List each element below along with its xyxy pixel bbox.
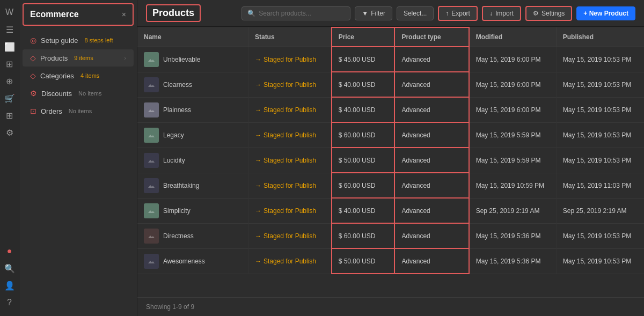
account-icon[interactable]: 👤 (2, 277, 18, 293)
table-row[interactable]: Awesomeness → Staged for Publish $ 50.00… (137, 248, 644, 274)
svg-rect-6 (147, 207, 156, 215)
cell-name: Unbelievable (137, 47, 248, 72)
col-header-price[interactable]: Price (332, 27, 395, 47)
settings-button[interactable]: ⚙ Settings (525, 6, 572, 21)
sidebar-item-orders[interactable]: ⊡ Orders No items (23, 102, 134, 120)
cell-published: May 15, 2019 10:53 PM (556, 72, 644, 97)
status-badge: → Staged for Publish (255, 106, 325, 114)
cell-product-type: Advanced (394, 223, 469, 248)
col-header-status[interactable]: Status (248, 27, 331, 47)
product-name-cell: Simplicity (144, 203, 241, 218)
store-icon[interactable]: 🛒 (2, 90, 18, 106)
product-thumbnail (144, 178, 159, 193)
cell-name: Lucidity (137, 148, 248, 173)
products-count: 9 items (74, 55, 93, 61)
search-icon: 🔍 (247, 10, 255, 17)
product-thumbnail (144, 102, 159, 117)
status-badge: → Staged for Publish (255, 131, 325, 139)
status-text: Staged for Publish (264, 207, 316, 215)
status-arrow-icon: → (255, 207, 261, 215)
table-row[interactable]: Clearness → Staged for Publish $ 40.00 U… (137, 72, 644, 97)
select-button[interactable]: Select... (397, 6, 434, 20)
dot-icon[interactable]: ● (2, 243, 18, 259)
cell-modified: Sep 25, 2019 2:19 AM (469, 198, 557, 223)
search-rail-icon[interactable]: 🔍 (2, 260, 18, 276)
products-label: Products (40, 54, 68, 62)
products-chevron-icon: › (124, 55, 126, 61)
table-row[interactable]: Unbelievable → Staged for Publish $ 45.0… (137, 47, 644, 72)
svg-rect-0 (147, 55, 156, 64)
product-name-cell: Directness (144, 229, 241, 244)
import-button[interactable]: ↓ Import (482, 6, 521, 21)
export-icon: ↑ (445, 10, 449, 17)
sidebar-item-discounts[interactable]: ⚙ Discounts No items (23, 85, 134, 102)
cell-modified: May 15, 2019 5:59 PM (469, 148, 557, 173)
table-row[interactable]: Legacy → Staged for Publish $ 60.00 USD … (137, 122, 644, 148)
sidebar-nav: ◎ Setup guide 8 steps left ◇ Products 9 … (19, 29, 137, 122)
status-badge: → Staged for Publish (255, 81, 325, 89)
settings-label: Settings (541, 10, 565, 17)
menu-icon[interactable]: ☰ (2, 21, 18, 38)
cell-published: May 15, 2019 10:53 PM (556, 47, 644, 72)
status-arrow-icon: → (255, 131, 261, 139)
help-icon[interactable]: ? (2, 295, 18, 311)
categories-label: Categories (40, 72, 74, 80)
col-header-type[interactable]: Product type (394, 27, 469, 47)
table-row[interactable]: Simplicity → Staged for Publish $ 40.00 … (137, 198, 644, 223)
search-input[interactable] (259, 10, 345, 17)
cell-modified: May 15, 2019 6:00 PM (469, 97, 557, 122)
orders-icon: ⊡ (30, 107, 36, 115)
table-footer: Showing 1-9 of 9 (137, 297, 644, 316)
table-row[interactable]: Directness → Staged for Publish $ 60.00 … (137, 223, 644, 248)
table-row[interactable]: Plainness → Staged for Publish $ 40.00 U… (137, 97, 644, 122)
import-label: Import (495, 10, 514, 17)
product-name-cell: Plainness (144, 102, 241, 117)
table-row[interactable]: Breathtaking → Staged for Publish $ 60.0… (137, 173, 644, 198)
svg-rect-7 (147, 232, 156, 240)
categories-count: 4 items (80, 72, 99, 79)
sidebar-item-setup-guide[interactable]: ◎ Setup guide 8 steps left (23, 32, 134, 49)
cell-price: $ 60.00 USD (332, 173, 395, 198)
svg-rect-8 (147, 257, 156, 266)
sidebar-item-products[interactable]: ◇ Products 9 items › (23, 49, 134, 67)
col-header-name[interactable]: Name (137, 27, 248, 47)
new-product-button[interactable]: + New Product (576, 6, 635, 20)
status-badge: → Staged for Publish (255, 232, 325, 240)
cell-price: $ 40.00 USD (332, 97, 395, 122)
filter-button[interactable]: ▼ Filter (355, 6, 392, 20)
filter-label: Filter (371, 10, 385, 17)
sidebar-item-categories[interactable]: ◇ Categories 4 items (23, 67, 134, 84)
status-text: Staged for Publish (264, 106, 316, 114)
sidebar-close-button[interactable]: × (122, 10, 126, 19)
table-body: Unbelievable → Staged for Publish $ 45.0… (137, 47, 644, 274)
setup-guide-label: Setup guide (41, 36, 78, 45)
media-icon[interactable]: ⊞ (2, 56, 18, 72)
settings-rail-icon[interactable]: ⚙ (2, 124, 18, 141)
table-header-row: Name Status Price Product type Modified … (137, 27, 644, 47)
add-icon[interactable]: ⊕ (2, 73, 18, 89)
cell-status: → Staged for Publish (248, 148, 331, 173)
svg-rect-2 (147, 106, 156, 114)
cell-status: → Staged for Publish (248, 198, 331, 223)
cell-name: Legacy (137, 122, 248, 148)
cell-modified: May 15, 2019 10:59 PM (469, 173, 557, 198)
cell-price: $ 45.00 USD (332, 47, 395, 72)
cell-name: Directness (137, 223, 248, 248)
cell-published: May 15, 2019 10:53 PM (556, 248, 644, 274)
new-product-label: + New Product (583, 10, 628, 17)
export-button[interactable]: ↑ Export (438, 6, 478, 21)
table-row[interactable]: Lucidity → Staged for Publish $ 50.00 US… (137, 148, 644, 173)
product-thumbnail (144, 203, 159, 218)
col-header-published[interactable]: Published (556, 27, 644, 47)
col-header-modified[interactable]: Modified (469, 27, 557, 47)
search-box[interactable]: 🔍 (241, 6, 350, 20)
apps-icon[interactable]: ⊞ (2, 107, 18, 123)
cell-status: → Staged for Publish (248, 173, 331, 198)
cell-product-type: Advanced (394, 173, 469, 198)
svg-rect-3 (147, 131, 156, 139)
wix-logo-icon[interactable]: W (2, 4, 18, 20)
select-label: Select... (404, 10, 427, 17)
status-badge: → Staged for Publish (255, 56, 325, 63)
cell-product-type: Advanced (394, 248, 469, 274)
pages-icon[interactable]: ⬜ (2, 39, 18, 55)
